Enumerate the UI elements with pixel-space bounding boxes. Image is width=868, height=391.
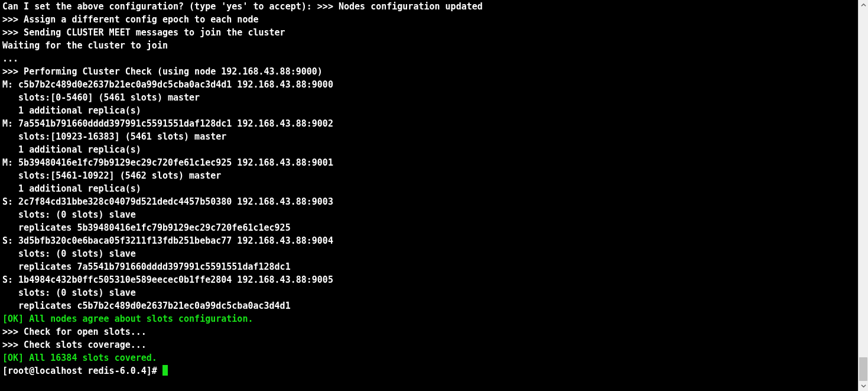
terminal-text: slots:[5461-10922] (5462 slots) master <box>2 170 221 181</box>
terminal-text: Can I set the above configuration? (type… <box>2 1 317 12</box>
terminal-text: S: 3d5bfb320c0e6baca05f3211f13fdb251beba… <box>2 235 333 246</box>
terminal-text: slots:[10923-16383] (5461 slots) master <box>2 131 226 142</box>
terminal-text: 1 additional replica(s) <box>2 144 141 155</box>
terminal-line: Waiting for the cluster to join <box>2 39 856 52</box>
scroll-up-arrow[interactable] <box>859 0 868 10</box>
terminal-text: Waiting for the cluster to join <box>2 40 168 51</box>
terminal-text: 1 additional replica(s) <box>2 105 141 116</box>
terminal-line: S: 3d5bfb320c0e6baca05f3211f13fdb251beba… <box>2 234 856 247</box>
terminal-text: replicates 7a5541b791660dddd397991c55915… <box>2 261 291 272</box>
terminal-line: 1 additional replica(s) <box>2 143 856 156</box>
terminal-text: S: 2c7f84cd31bbe328c04079d521dedc4457b50… <box>2 196 333 207</box>
terminal-line: Can I set the above configuration? (type… <box>2 0 856 13</box>
terminal-text: slots: (0 slots) slave <box>2 287 136 298</box>
terminal-line: S: 1b4984c432b0ffc505310e589eecec0b1ffe2… <box>2 273 856 286</box>
terminal-line: 1 additional replica(s) <box>2 104 856 117</box>
terminal-line: slots:[0-5460] (5461 slots) master <box>2 91 856 104</box>
terminal-line: ... <box>2 52 856 65</box>
terminal-line: >>> Performing Cluster Check (using node… <box>2 65 856 78</box>
terminal-line: replicates 7a5541b791660dddd397991c55915… <box>2 260 856 273</box>
terminal-line: >>> Assign a different config epoch to e… <box>2 13 856 26</box>
terminal-line: M: c5b7b2c489d0e2637b21ec0a99dc5cba0ac3d… <box>2 78 856 91</box>
cursor <box>162 365 168 376</box>
terminal-line: slots:[5461-10922] (5462 slots) master <box>2 169 856 182</box>
terminal-text: [OK] All 16384 slots covered. <box>2 353 157 363</box>
terminal-text: >>> Nodes configuration updated <box>317 1 483 12</box>
terminal-text: slots: (0 slots) slave <box>2 248 136 259</box>
scroll-track[interactable] <box>859 10 868 381</box>
terminal-line: [OK] All nodes agree about slots configu… <box>2 312 856 325</box>
terminal-text: ... <box>2 53 18 64</box>
scroll-down-arrow[interactable] <box>859 381 868 391</box>
terminal-text: [OK] All nodes agree about slots configu… <box>2 314 253 324</box>
shell-prompt: [root@localhost redis-6.0.4]# <box>2 366 162 376</box>
terminal-line: [OK] All 16384 slots covered. <box>2 351 856 364</box>
terminal-text: >>> Check for open slots... <box>2 327 147 337</box>
terminal-line: S: 2c7f84cd31bbe328c04079d521dedc4457b50… <box>2 195 856 208</box>
terminal-text: replicates 5b39480416e1fc79b9129ec29c720… <box>2 222 291 233</box>
terminal-text: M: 5b39480416e1fc79b9129ec29c720fe61c1ec… <box>2 157 333 168</box>
terminal-line: >>> Sending CLUSTER MEET messages to joi… <box>2 26 856 39</box>
terminal-line: M: 5b39480416e1fc79b9129ec29c720fe61c1ec… <box>2 156 856 169</box>
terminal-line: replicates c5b7b2c489d0e2637b21ec0a99dc5… <box>2 299 856 312</box>
terminal-text: slots:[0-5460] (5461 slots) master <box>2 92 200 103</box>
terminal-text: M: 7a5541b791660dddd397991c5591551daf128… <box>2 118 333 129</box>
terminal-line: >>> Check for open slots... <box>2 325 856 338</box>
vertical-scrollbar[interactable] <box>858 0 868 391</box>
terminal-line: M: 7a5541b791660dddd397991c5591551daf128… <box>2 117 856 130</box>
terminal-text: >>> Performing Cluster Check (using node… <box>2 66 323 77</box>
terminal-text: M: c5b7b2c489d0e2637b21ec0a99dc5cba0ac3d… <box>2 79 333 90</box>
terminal-line: slots: (0 slots) slave <box>2 286 856 299</box>
terminal-text: slots: (0 slots) slave <box>2 209 136 220</box>
scroll-thumb[interactable] <box>859 357 867 381</box>
terminal-line: slots:[10923-16383] (5461 slots) master <box>2 130 856 143</box>
terminal-line: slots: (0 slots) slave <box>2 208 856 221</box>
terminal-text: 1 additional replica(s) <box>2 183 141 194</box>
terminal-line: replicates 5b39480416e1fc79b9129ec29c720… <box>2 221 856 234</box>
terminal-text: >>> Sending CLUSTER MEET messages to joi… <box>2 27 285 38</box>
terminal-text: replicates c5b7b2c489d0e2637b21ec0a99dc5… <box>2 300 291 311</box>
terminal-text: >>> Assign a different config epoch to e… <box>2 14 258 25</box>
terminal-line: 1 additional replica(s) <box>2 182 856 195</box>
terminal-text: S: 1b4984c432b0ffc505310e589eecec0b1ffe2… <box>2 274 333 285</box>
terminal-output[interactable]: Can I set the above configuration? (type… <box>0 0 858 391</box>
terminal-line: slots: (0 slots) slave <box>2 247 856 260</box>
terminal-text: >>> Check slots coverage... <box>2 340 147 350</box>
terminal-line: >>> Check slots coverage... <box>2 338 856 351</box>
